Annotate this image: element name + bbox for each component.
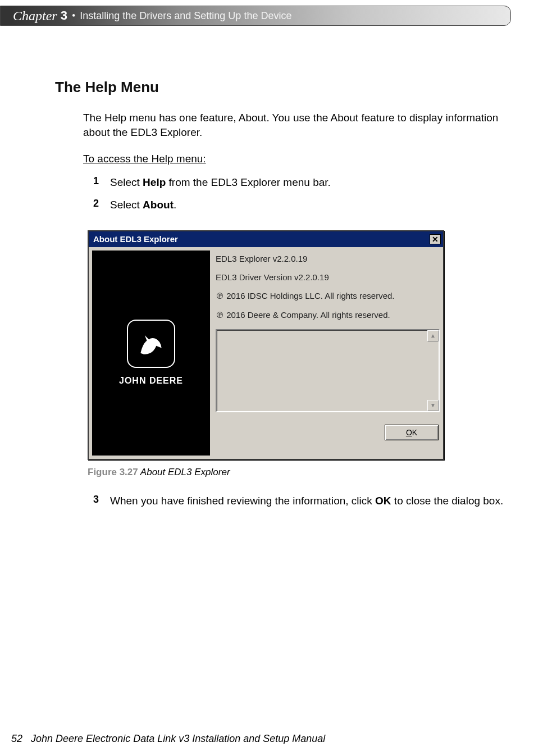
deer-logo-icon — [127, 320, 175, 368]
step-text-post: to close the dialog box. — [391, 495, 504, 507]
page-number: 52 — [11, 733, 22, 744]
footer-title: John Deere Electronic Data Link v3 Insta… — [31, 733, 325, 744]
chevron-down-icon: ▼ — [430, 402, 436, 408]
step-1: 1 Select Help from the EDL3 Explorer men… — [93, 175, 504, 190]
scroll-down-button[interactable]: ▼ — [427, 400, 439, 411]
figure-caption: Figure 3.27 About EDL3 Explorer — [88, 467, 504, 478]
chapter-separator: • — [72, 10, 75, 22]
ok-rest: K — [412, 428, 417, 437]
app-version-line: EDL3 Explorer v2.2.0.19 — [216, 254, 440, 263]
driver-version-line: EDL3 Driver Version v2.2.0.19 — [216, 272, 440, 282]
details-textarea[interactable]: ▲ ▼ — [216, 329, 440, 412]
procedure-heading: To access the Help menu: — [83, 153, 504, 165]
step-text-bold: OK — [375, 495, 391, 507]
chapter-tab: Chapter 3 • Installing the Drivers and S… — [0, 6, 511, 26]
step-text: Select About. — [110, 198, 176, 212]
step-number: 3 — [93, 494, 110, 508]
dialog-button-row: OK — [216, 425, 440, 440]
step-2: 2 Select About. — [93, 198, 504, 212]
chapter-header: Chapter 3 • Installing the Drivers and S… — [0, 6, 511, 27]
step-text-pre: Select — [110, 199, 143, 211]
dialog-titlebar: About EDL3 Explorer ✕ — [89, 231, 443, 247]
ok-button[interactable]: OK — [385, 425, 439, 440]
brand-panel: JOHN DEERE — [92, 251, 210, 456]
scrollbar[interactable]: ▲ ▼ — [427, 330, 439, 411]
dialog-body: JOHN DEERE EDL3 Explorer v2.2.0.19 EDL3 … — [89, 247, 443, 459]
intro-paragraph: The Help menu has one feature, About. Yo… — [83, 111, 504, 139]
step-number: 2 — [93, 198, 110, 212]
scroll-up-button[interactable]: ▲ — [427, 330, 439, 341]
section-heading: The Help Menu — [55, 79, 504, 96]
figure: About EDL3 Explorer ✕ JOHN DEERE EDL3 Ex… — [88, 230, 504, 460]
step-text-post: from the EDL3 Explorer menu bar. — [166, 176, 331, 188]
page-content: The Help Menu The Help menu has one feat… — [55, 79, 504, 508]
chevron-up-icon: ▲ — [430, 333, 436, 339]
step-number: 1 — [93, 175, 110, 190]
copyright-line-1: ℗ 2016 IDSC Holdings LLC. All rights res… — [216, 291, 440, 301]
figure-label: Figure 3.27 — [88, 467, 138, 477]
step-text-post: . — [174, 199, 176, 211]
close-button[interactable]: ✕ — [430, 234, 441, 244]
step-text-bold: About — [143, 199, 174, 211]
info-panel: EDL3 Explorer v2.2.0.19 EDL3 Driver Vers… — [210, 251, 440, 456]
step-text: Select Help from the EDL3 Explorer menu … — [110, 175, 331, 190]
ok-underline: O — [406, 428, 412, 437]
chapter-word: Chapter — [13, 8, 57, 24]
close-icon: ✕ — [432, 235, 439, 243]
step-text-bold: Help — [143, 176, 166, 188]
figure-caption-text: About EDL3 Explorer — [138, 467, 230, 477]
step-3: 3 When you have finished reviewing the i… — [93, 494, 504, 508]
textarea-inner — [217, 330, 427, 411]
about-dialog: About EDL3 Explorer ✕ JOHN DEERE EDL3 Ex… — [88, 230, 444, 460]
brand-name: JOHN DEERE — [119, 376, 183, 386]
step-text: When you have finished reviewing the inf… — [110, 494, 503, 508]
chapter-number: 3 — [61, 8, 67, 23]
copyright-line-2: ℗ 2016 Deere & Company. All rights reser… — [216, 310, 440, 320]
step-text-pre: When you have finished reviewing the inf… — [110, 495, 375, 507]
chapter-title: Installing the Drivers and Setting Up th… — [80, 10, 291, 22]
page-footer: 52 John Deere Electronic Data Link v3 In… — [11, 733, 325, 745]
dialog-title: About EDL3 Explorer — [93, 234, 178, 244]
step-text-pre: Select — [110, 176, 143, 188]
